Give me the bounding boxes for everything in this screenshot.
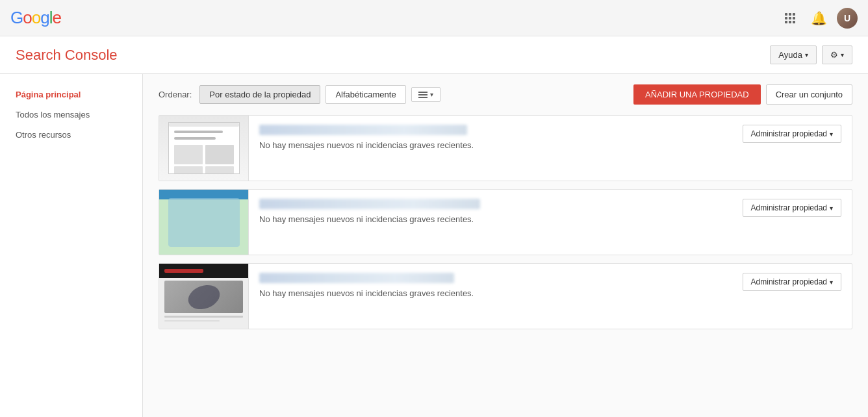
gear-icon: ⚙: [830, 50, 838, 60]
property-url-blurred: [259, 125, 467, 135]
property-status: No hay mensajes nuevos ni incidencias gr…: [259, 288, 722, 298]
property-thumbnail: [159, 116, 249, 181]
sub-header-controls: Ayuda ▾ ⚙ ▾: [770, 45, 852, 64]
property-status: No hay mensajes nuevos ni incidencias gr…: [259, 214, 722, 224]
sidebar-item-pagina-principal[interactable]: Página principal: [0, 84, 142, 105]
list-icon: [418, 92, 428, 98]
manage-chevron-icon: ▾: [830, 279, 833, 286]
property-url-blurred: [259, 273, 454, 283]
sidebar-item-todos-mensajes[interactable]: Todos los mensajes: [0, 105, 142, 125]
help-button[interactable]: Ayuda ▾: [770, 45, 817, 64]
property-card: No hay mensajes nuevos ni incidencias gr…: [159, 263, 852, 329]
settings-chevron-icon: ▾: [841, 51, 844, 58]
property-card: No hay mensajes nuevos ni incidencias gr…: [159, 115, 852, 181]
top-bar-left: Google: [10, 8, 61, 28]
top-bar: Google 🔔 U: [0, 0, 868, 36]
sidebar-item-otros-recursos[interactable]: Otros recursos: [0, 125, 142, 145]
help-chevron-icon: ▾: [805, 51, 808, 58]
add-property-button[interactable]: AÑADIR UNA PROPIEDAD: [633, 84, 761, 105]
list-view-button[interactable]: ▾: [411, 87, 440, 102]
property-info: No hay mensajes nuevos ni incidencias gr…: [249, 116, 732, 159]
notifications-icon[interactable]: 🔔: [808, 8, 829, 29]
property-url-blurred: [259, 199, 480, 209]
sub-header: Search Console Ayuda ▾ ⚙ ▾: [0, 36, 868, 74]
property-card: No hay mensajes nuevos ni incidencias gr…: [159, 189, 852, 255]
app-title: Search Console: [16, 47, 118, 64]
sort-alpha-button[interactable]: Alfabéticamente: [326, 85, 405, 104]
property-status: No hay mensajes nuevos ni incidencias gr…: [259, 140, 722, 150]
google-logo: Google: [10, 8, 61, 28]
manage-chevron-icon: ▾: [830, 131, 833, 138]
property-info: No hay mensajes nuevos ni incidencias gr…: [249, 190, 732, 233]
property-thumbnail: [159, 264, 249, 329]
create-set-button[interactable]: Crear un conjunto: [766, 84, 852, 105]
sidebar: Página principal Todos los mensajes Otro…: [0, 74, 143, 417]
settings-button[interactable]: ⚙ ▾: [822, 45, 852, 64]
toolbar-right: AÑADIR UNA PROPIEDAD Crear un conjunto: [633, 84, 852, 105]
grid-apps-icon[interactable]: [780, 8, 800, 29]
manage-property-button[interactable]: Administrar propiedad ▾: [743, 125, 841, 143]
list-view-chevron-icon: ▾: [430, 91, 433, 98]
property-actions: Administrar propiedad ▾: [732, 264, 852, 300]
toolbar-left: Ordenar: Por estado de la propiedad Alfa…: [159, 85, 440, 104]
top-bar-right: 🔔 U: [780, 8, 858, 29]
manage-property-button[interactable]: Administrar propiedad ▾: [743, 273, 841, 291]
property-actions: Administrar propiedad ▾: [732, 190, 852, 226]
property-info: No hay mensajes nuevos ni incidencias gr…: [249, 264, 732, 307]
content-area: Ordenar: Por estado de la propiedad Alfa…: [143, 74, 868, 417]
property-actions: Administrar propiedad ▾: [732, 116, 852, 152]
manage-chevron-icon: ▾: [830, 205, 833, 212]
manage-property-button[interactable]: Administrar propiedad ▾: [743, 199, 841, 217]
avatar[interactable]: U: [837, 8, 858, 29]
sort-by-state-button[interactable]: Por estado de la propiedad: [199, 85, 320, 104]
property-thumbnail: [159, 190, 249, 255]
order-label: Ordenar:: [159, 90, 192, 99]
main-layout: Página principal Todos los mensajes Otro…: [0, 74, 868, 417]
toolbar-row: Ordenar: Por estado de la propiedad Alfa…: [159, 84, 852, 105]
